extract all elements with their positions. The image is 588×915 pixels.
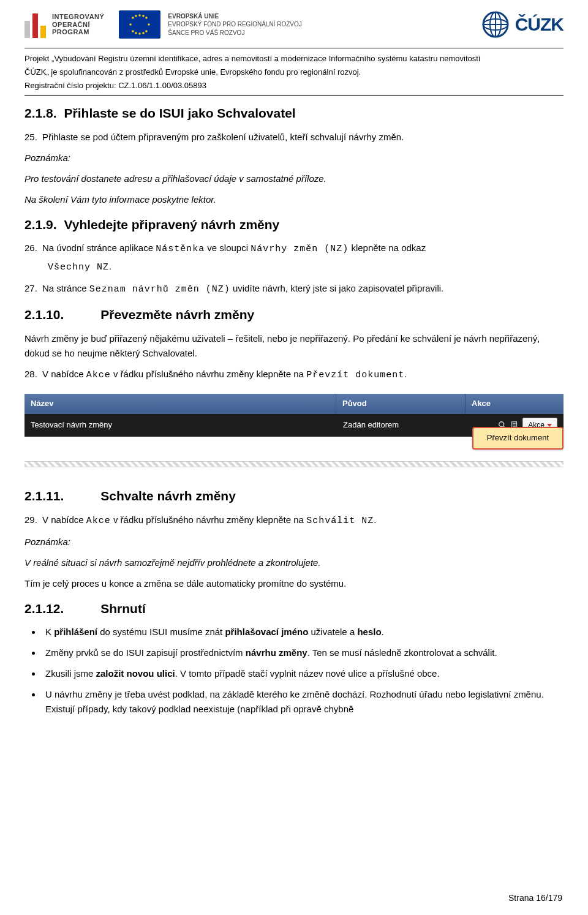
item-text: V nabídce [42,514,86,525]
item-num: 26. [24,243,37,253]
note-text: Pro testování dostanete adresu a přihlaš… [24,171,564,186]
list-item: 25. Přihlaste se pod účtem připraveným p… [24,130,564,145]
item-num: 29. [24,514,37,525]
eu-text: EVROPSKÁ UNIE EVROPSKÝ FOND PRO REGIONÁL… [168,12,301,37]
mono-text: Akce [86,370,111,380]
item-text: K [45,627,54,637]
item-text: Na úvodní stránce aplikace [42,243,156,253]
logo-iop: INTEGROVANÝ OPERAČNÍ PROGRAM [24,11,104,38]
mono-text: Seznam návrhů změn (NZ) [89,284,230,295]
heading-2112: 2.1.12.Shrnutí [24,598,564,619]
item-text: Na stránce [42,283,89,293]
ui-table: Název Původ Akce Testovací návrh změny Z… [24,394,564,467]
mono-text: Nástěnka [156,244,205,254]
item-text: . [404,369,407,379]
heading-219: 2.1.9.Vyhledejte připravený návrh změny [24,214,564,235]
project-line1: Projekt „Vybudování Registru územní iden… [24,52,564,66]
note-text: V reálné situaci si návrh samozřejmě nej… [24,555,564,570]
svg-point-8 [135,15,138,17]
mono-text: Všechny NZ [48,262,109,273]
summary-bullets: K přihlášení do systému ISUI musíme znát… [24,625,564,717]
globe-icon [481,10,510,39]
svg-point-0 [139,14,141,17]
dropdown-item-prevzit[interactable]: Převzít dokument [472,427,564,450]
eu-line1: EVROPSKÁ UNIE [168,12,301,21]
list-item: 26. Na úvodní stránce aplikace Nástěnka … [24,241,564,275]
list-item: Zkusili jsme založit novou ulici. V tomt… [42,666,564,681]
heading-title: Vyhledejte připravený návrh změny [64,217,280,232]
svg-point-1 [139,32,141,35]
project-description: Projekt „Vybudování Registru územní iden… [24,52,564,92]
svg-point-2 [130,23,132,26]
eu-line3: ŠANCE PRO VÁŠ ROZVOJ [168,29,301,37]
list-item: K přihlášení do systému ISUI musíme znát… [42,625,564,639]
item-text: . [382,627,384,637]
page-footer: Strana 16/179 [508,893,562,903]
item-text: . V tomto případě stačí vyplnit název no… [175,668,440,679]
heading-num: 2.1.9. [24,217,57,232]
heading-title: Převezměte návrh změny [100,307,254,322]
page: INTEGROVANÝ OPERAČNÍ PROGRAM EVROPSKÁ UN… [0,0,588,915]
heading-2111: 2.1.11.Schvalte návrh změny [24,486,564,506]
project-line2: ČÚZK„ je spolufinancován z prostředků Ev… [24,66,564,79]
item-num: 28. [24,369,37,379]
item-text: V nabídce [42,369,86,379]
bold-text: přihlašovací jméno [225,627,308,637]
mono-text: Převzít dokument [306,370,404,380]
heading-title: Přihlaste se do ISUI jako Schvalovatel [64,106,296,120]
heading-218: 2.1.8.Přihlaste se do ISUI jako Schvalov… [24,103,564,124]
document-content: 2.1.8.Přihlaste se do ISUI jako Schvalov… [24,103,564,717]
list-item: U návrhu změny je třeba uvést podklad, n… [42,687,564,717]
bold-text: heslo [357,627,381,637]
heading-2110: 2.1.10.Převezměte návrh změny [24,304,564,325]
svg-point-6 [132,30,135,32]
item-text: uvidíte návrh, který jste si jako zapiso… [230,283,443,293]
svg-point-11 [143,32,145,34]
svg-point-3 [148,23,151,26]
item-text: v řádku příslušného návrhu změny klepnět… [111,514,306,525]
item-text: klepněte na odkaz [349,243,426,253]
divider [24,95,564,96]
logo-eu: EVROPSKÁ UNIE EVROPSKÝ FOND PRO REGIONÁL… [119,10,301,39]
item-num: 25. [24,132,37,142]
mono-text: Schválit NZ [306,516,374,526]
bold-text: návrhu změny [246,647,307,658]
svg-point-4 [132,17,135,19]
paragraph: Tím je celý proces u konce a změna se dá… [24,576,564,591]
item-text: Zkusili jsme [45,668,96,679]
svg-point-5 [146,17,148,19]
item-num: 27. [24,283,37,293]
paragraph: Návrh změny je buď přiřazený nějakému už… [24,331,564,361]
item-text: ve sloupci [205,243,251,253]
note-text: Na školení Vám tyto informace poskytne l… [24,192,564,207]
svg-point-9 [143,15,145,17]
item-text: uživatele a [308,627,357,637]
eu-flag-icon [119,10,160,39]
list-item: 28. V nabídce Akce v řádku příslušného n… [24,367,564,383]
iop-bars-icon [24,11,46,38]
heading-num: 2.1.10. [24,307,64,322]
iop-text: INTEGROVANÝ OPERAČNÍ PROGRAM [52,13,104,36]
svg-point-17 [499,422,504,427]
heading-num: 2.1.11. [24,489,64,503]
heading-title: Schvalte návrh změny [100,489,236,503]
list-item: Změny prvků se do ISUI zapisují prostřed… [42,646,564,660]
mono-text: Návrhy změn (NZ) [251,244,349,254]
heading-num: 2.1.8. [24,106,57,120]
bold-text: přihlášení [54,627,97,637]
col-header-actions: Akce [466,394,564,414]
list-item: 29. V nabídce Akce v řádku příslušného n… [24,513,564,529]
item-text: . Ten se musí následně zkontrolovat a sc… [307,647,497,658]
eu-line2: EVROPSKÝ FOND PRO REGIONÁLNÍ ROZVOJ [168,20,301,29]
svg-point-7 [146,30,148,32]
item-text: . [374,514,376,525]
item-text: v řádku příslušného návrhu změny klepnět… [111,369,306,379]
table-header: Název Původ Akce [24,394,564,414]
item-text: . [109,261,111,271]
cuzk-text: ČÚZK [515,14,564,35]
cell-name: Testovací návrh změny [24,415,337,435]
heading-title: Shrnutí [100,601,146,616]
cell-origin: Zadán editorem [337,415,466,435]
note-label: Poznámka: [24,535,564,549]
divider [24,48,564,48]
